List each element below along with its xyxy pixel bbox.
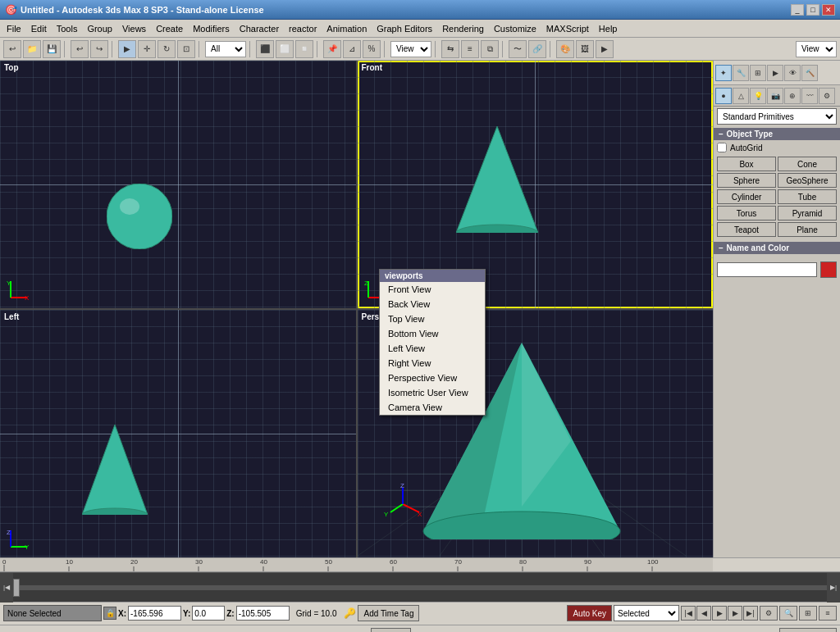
rp-hierarchy-icon[interactable]: ⊞ — [750, 65, 766, 81]
open-button[interactable]: 📁 — [23, 40, 41, 58]
pb-play[interactable]: ▶ — [712, 606, 727, 621]
auto-key-button[interactable]: Auto Key — [567, 605, 612, 621]
layer-button[interactable]: ⧉ — [481, 40, 499, 58]
pb-options[interactable]: ⚙ — [760, 606, 778, 621]
select-button[interactable]: ▶ — [118, 40, 136, 58]
rp-display-icon[interactable]: 👁 — [784, 65, 801, 81]
y-input[interactable] — [192, 606, 225, 621]
lasso-button[interactable]: ◽ — [295, 40, 313, 58]
menu-tools[interactable]: Tools — [52, 22, 83, 35]
menu-animation[interactable]: Animation — [322, 22, 372, 35]
material-editor-button[interactable]: 🎨 — [556, 40, 574, 58]
menu-maxscript[interactable]: MAXScript — [541, 22, 594, 35]
autogrid-checkbox[interactable] — [717, 143, 727, 152]
undo-button[interactable]: ↩ — [71, 40, 89, 58]
move-button[interactable]: ✛ — [138, 40, 156, 58]
object-type-collapse[interactable]: – — [719, 130, 724, 139]
context-menu[interactable]: viewports Front View Back View Top View … — [379, 269, 486, 416]
menu-views[interactable]: Views — [117, 22, 151, 35]
quick-render-button[interactable]: ▶ — [596, 40, 614, 58]
btn-pyramid[interactable]: Pyramid — [778, 206, 837, 221]
menu-reactor[interactable]: reactor — [284, 22, 322, 35]
maximize-button[interactable]: □ — [806, 4, 819, 16]
pb-jump-end[interactable]: ▶| — [743, 606, 758, 621]
lock-button[interactable]: 🔒 — [103, 607, 116, 620]
add-time-tag-button[interactable]: Add Time Tag — [358, 605, 419, 621]
timeline-end-btn[interactable]: ▶| — [827, 573, 840, 602]
angle-snap-button[interactable]: ⊿ — [343, 40, 361, 58]
snap-button[interactable]: 📌 — [323, 40, 341, 58]
menu-group[interactable]: Group — [82, 22, 117, 35]
curve-editor-button[interactable]: 〜 — [509, 40, 527, 58]
rp-lights-icon[interactable]: 💡 — [750, 88, 766, 104]
view-dropdown-2[interactable]: View — [390, 41, 431, 57]
menu-file[interactable]: File — [2, 22, 26, 35]
ctx-perspective-view[interactable]: Perspective View — [380, 371, 485, 385]
scale-button[interactable]: ⊡ — [177, 40, 195, 58]
rp-helpers-icon[interactable]: ⊕ — [784, 88, 801, 104]
pb-jump-start[interactable]: |◀ — [681, 606, 696, 621]
btn-tube[interactable]: Tube — [778, 189, 837, 204]
primitives-dropdown[interactable]: Standard Primitives — [717, 108, 837, 125]
ctx-left-view[interactable]: Left View — [380, 341, 485, 356]
pb-extra[interactable]: ≡ — [819, 606, 837, 621]
menu-character[interactable]: Character — [235, 22, 284, 35]
rp-motion-icon[interactable]: ▶ — [767, 65, 783, 81]
btn-sphere[interactable]: Sphere — [717, 173, 776, 188]
rp-spacewarps-icon[interactable]: 〰 — [801, 88, 818, 104]
pb-next-frame[interactable]: ▶ — [728, 606, 742, 621]
view-dropdown-3[interactable]: View — [796, 41, 837, 57]
ctx-front-view[interactable]: Front View — [380, 282, 485, 297]
menu-create[interactable]: Create — [151, 22, 188, 35]
btn-geosphere[interactable]: GeoSphere — [778, 173, 837, 188]
render-button[interactable]: 🖼 — [576, 40, 594, 58]
save-button[interactable]: 💾 — [43, 40, 61, 58]
set-key-button[interactable]: Set Key — [371, 628, 411, 632]
btn-plane[interactable]: Plane — [778, 222, 837, 237]
ctx-isometric-view[interactable]: Isometric User View — [380, 385, 485, 400]
new-button[interactable]: ↩ — [3, 40, 21, 58]
window-crossing-button[interactable]: ⬜ — [276, 40, 294, 58]
ctx-right-view[interactable]: Right View — [380, 356, 485, 371]
timeline-track[interactable] — [13, 573, 827, 602]
btn-teapot[interactable]: Teapot — [717, 222, 776, 237]
ctx-top-view[interactable]: Top View — [380, 311, 485, 326]
mirror-button[interactable]: ⇆ — [441, 40, 459, 58]
rp-shapes-icon[interactable]: △ — [733, 88, 749, 104]
menu-help[interactable]: Help — [594, 22, 623, 35]
timeline-position-indicator[interactable] — [13, 579, 20, 597]
menu-graph-editors[interactable]: Graph Editors — [372, 22, 437, 35]
ctx-camera-view[interactable]: Camera View — [380, 400, 485, 415]
menu-edit[interactable]: Edit — [26, 22, 52, 35]
view-mode-dropdown[interactable]: All — [205, 41, 246, 57]
key-filters-button[interactable]: Key Filters... — [779, 628, 837, 632]
pb-render[interactable]: 🔍 — [779, 606, 797, 621]
rp-cameras-icon[interactable]: 📷 — [767, 88, 783, 104]
menu-customize[interactable]: Customize — [489, 22, 541, 35]
btn-box[interactable]: Box — [717, 157, 776, 171]
rp-geometry-icon[interactable]: ● — [715, 88, 732, 104]
rp-systems-icon[interactable]: ⚙ — [819, 88, 835, 104]
rp-create-icon[interactable]: ✦ — [715, 65, 732, 81]
pb-prev-frame[interactable]: ◀ — [696, 606, 711, 621]
viewport-top[interactable]: Top X Y — [0, 61, 356, 308]
align-button[interactable]: ≡ — [461, 40, 479, 58]
pb-more[interactable]: ⊞ — [799, 606, 817, 621]
x-input[interactable] — [128, 606, 181, 621]
object-name-input[interactable] — [717, 262, 817, 277]
redo-button[interactable]: ↪ — [90, 40, 108, 58]
color-swatch[interactable] — [820, 261, 837, 278]
menu-rendering[interactable]: Rendering — [437, 22, 489, 35]
schematic-button[interactable]: 🔗 — [528, 40, 546, 58]
ctx-back-view[interactable]: Back View — [380, 297, 485, 311]
timeline-start-btn[interactable]: |◀ — [0, 573, 13, 602]
btn-cylinder[interactable]: Cylinder — [717, 189, 776, 204]
btn-cone[interactable]: Cone — [778, 157, 837, 171]
btn-torus[interactable]: Torus — [717, 206, 776, 221]
select-region-button[interactable]: ⬛ — [256, 40, 274, 58]
rotate-button[interactable]: ↻ — [158, 40, 176, 58]
menu-modifiers[interactable]: Modifiers — [188, 22, 235, 35]
name-color-collapse[interactable]: – — [719, 243, 724, 252]
close-button[interactable]: ✕ — [822, 4, 835, 16]
selected-dropdown[interactable]: Selected — [614, 605, 679, 621]
